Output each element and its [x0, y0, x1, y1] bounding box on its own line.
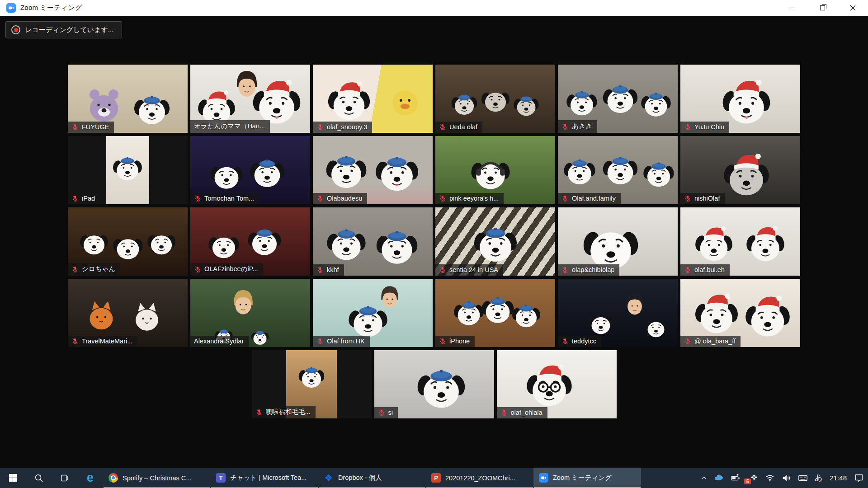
speaker-icon — [781, 473, 791, 483]
start-button[interactable] — [0, 468, 26, 488]
dog-plush — [246, 223, 283, 260]
taskbar-app-zoom[interactable]: Zoom ミーティング — [533, 468, 641, 488]
participant-tile[interactable]: 噢啦福和毛毛... — [252, 350, 372, 418]
titlebar: Zoom ミーティング — [0, 0, 868, 16]
participant-tile[interactable]: あきき — [558, 65, 678, 133]
taskbar-app-powerpoint[interactable]: 20201220_ZOOMChri... — [426, 468, 533, 488]
task-view-icon — [60, 473, 70, 483]
participant-nameplate: 噢啦福和毛毛... — [252, 406, 316, 418]
action-center-button[interactable] — [851, 468, 867, 488]
participant-nameplate: pink eeyora's h... — [435, 193, 504, 204]
dog-plush — [743, 294, 793, 343]
participant-nameplate: @ ola_bara_ff — [680, 336, 741, 347]
participant-name: TravelMateMari... — [82, 338, 132, 345]
mic-muted-icon — [255, 408, 263, 416]
participant-name: Olaf.and.family — [572, 195, 616, 202]
participant-tile[interactable]: pink eeyora's h... — [435, 136, 555, 204]
participant-video — [106, 136, 149, 204]
action-center-icon — [854, 473, 864, 483]
task-view-button[interactable] — [52, 468, 77, 488]
participant-tile[interactable]: nishiOlaf — [680, 136, 800, 204]
participant-nameplate: Olabaudesu — [313, 193, 367, 204]
ime-indicator[interactable]: あ — [811, 468, 826, 488]
battery-tray-button[interactable] — [727, 468, 744, 488]
minimize-button[interactable] — [777, 0, 807, 16]
mic-muted-icon — [316, 338, 324, 345]
participant-nameplate: OLAFzinbeeのiP... — [190, 263, 263, 276]
mic-muted-icon — [684, 338, 691, 345]
participant-tile[interactable]: FUYUGE — [68, 65, 188, 133]
taskbar-app-dropbox[interactable]: Dropbox - 個人 — [318, 468, 426, 488]
restore-button[interactable] — [807, 0, 838, 16]
dog-plush — [415, 362, 468, 415]
mic-muted-icon — [561, 195, 569, 202]
participant-name: Olaf from HK — [327, 338, 365, 345]
participant-tile[interactable]: YuJu Chiu — [680, 65, 800, 133]
participant-nameplate: あきき — [558, 120, 597, 133]
mic-muted-icon — [71, 266, 79, 273]
participant-nameplate: olaf_snoopy.3 — [313, 122, 372, 133]
taskbar-apps: Spotify – Christmas C...チャット | Microsoft… — [103, 468, 641, 488]
taskbar-app-label: 20201220_ZOOMChri... — [445, 474, 515, 482]
participant-tile[interactable]: olap&chibiolap — [558, 207, 678, 276]
participant-tile[interactable]: シロちゃん — [68, 207, 188, 276]
chevron-up-icon — [700, 474, 708, 482]
onedrive-tray-button[interactable] — [711, 468, 727, 488]
taskbar-app-chrome[interactable]: Spotify – Christmas C... — [103, 468, 211, 488]
touch-keyboard-button[interactable] — [794, 468, 811, 488]
participant-tile[interactable]: sentia 24 in USA — [435, 207, 555, 276]
participant-tile[interactable]: iPhone — [435, 279, 555, 347]
dog-plush — [480, 84, 511, 116]
participant-name: YuJu Chiu — [694, 123, 724, 131]
participant-tile[interactable]: オラたんのママ（Han... — [190, 65, 310, 133]
participant-nameplate: iPad — [68, 193, 100, 204]
mic-muted-icon — [316, 123, 324, 131]
participant-nameplate: TravelMateMari... — [68, 336, 137, 347]
zoom-window: Zoom ミーティング レコーディングしています... FUYUGEオラたんのマ… — [0, 0, 868, 488]
participant-tile[interactable]: olaf_ohlala — [497, 350, 617, 418]
volume-tray-button[interactable] — [778, 468, 794, 488]
taskbar-app-label: Spotify – Christmas C... — [123, 474, 191, 482]
edge-button[interactable] — [77, 468, 103, 488]
dropbox-tray-button[interactable]: 5 — [744, 468, 762, 488]
recording-label: レコーディングしています... — [25, 26, 113, 34]
tray-chevron-button[interactable] — [697, 468, 711, 488]
participant-tile[interactable]: Alexandra Sydlar — [190, 279, 310, 347]
participant-nameplate: FUYUGE — [68, 122, 114, 133]
mic-muted-icon — [561, 338, 569, 345]
dog-plush — [565, 86, 599, 120]
close-button[interactable] — [838, 0, 868, 16]
wifi-icon — [765, 473, 775, 483]
participant-tile[interactable]: Tomochan Tom... — [190, 136, 310, 204]
participant-tile[interactable]: olaf_snoopy.3 — [313, 65, 433, 133]
dropbox-tray-icon — [750, 474, 759, 483]
participant-nameplate: kkhf — [313, 264, 344, 276]
participant-tile[interactable]: OLAFzinbeeのiP... — [190, 207, 310, 276]
taskbar-app-teams[interactable]: チャット | Microsoft Tea... — [211, 468, 318, 488]
dog-plush — [78, 227, 110, 259]
participant-tile[interactable]: si — [374, 350, 494, 418]
participant-tile[interactable]: @ ola_bara_ff — [680, 279, 800, 347]
participant-tile[interactable]: Olaf.and.family — [558, 136, 678, 204]
participant-nameplate: Olaf from HK — [313, 336, 370, 347]
close-icon — [850, 5, 856, 11]
dog-plush — [601, 80, 640, 118]
windows-logo-icon — [9, 474, 17, 482]
search-button[interactable] — [26, 468, 52, 488]
mic-muted-icon — [439, 123, 446, 131]
participant-tile[interactable]: teddytcc — [558, 279, 678, 347]
participant-tile[interactable]: Olaf from HK — [313, 279, 433, 347]
dog-plush — [326, 80, 373, 127]
recording-indicator[interactable]: レコーディングしています... — [5, 21, 122, 38]
participant-tile[interactable]: olaf.bui.eh — [680, 207, 800, 276]
dog-plush — [325, 223, 368, 266]
dog-plush — [524, 362, 575, 413]
participant-tile[interactable]: Ueda olaf — [435, 65, 555, 133]
participant-nameplate: olap&chibiolap — [558, 264, 619, 276]
participant-tile[interactable]: Olabaudesu — [313, 136, 433, 204]
participant-tile[interactable]: TravelMateMari... — [68, 279, 188, 347]
participant-tile[interactable]: kkhf — [313, 207, 433, 276]
wifi-tray-button[interactable] — [762, 468, 778, 488]
taskbar-clock[interactable]: 21:48 — [826, 468, 851, 488]
participant-tile[interactable]: iPad — [68, 136, 188, 204]
